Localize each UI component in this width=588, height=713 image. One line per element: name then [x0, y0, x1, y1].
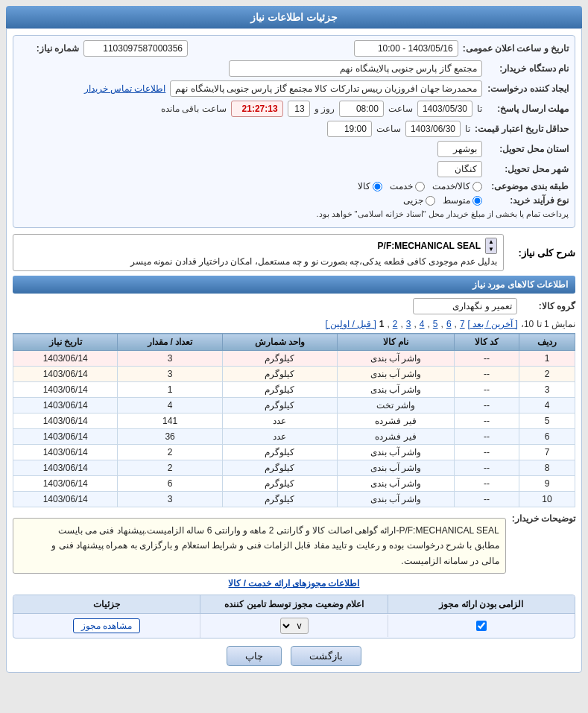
jadval-ta: تا	[465, 124, 470, 134]
main-card: تاریخ و ساعت اعلان عمومی: 1403/05/16 - 1…	[6, 28, 582, 673]
provider-section: الزامی بودن ارائه مجوز اعلام وضعیت مجوز …	[13, 595, 575, 638]
cell-radif: 6	[519, 429, 575, 445]
desc-arrows: ▲ ▼	[485, 238, 497, 254]
cell-tarikh: 1403/06/14	[13, 382, 118, 398]
sharh-box: ▲ ▼ P/F:MECHANICAL SEAL بدلیل عدم موجودی…	[13, 234, 504, 271]
pagination-prefix: نمایش 1 تا 10،	[521, 319, 575, 329]
pagination-5[interactable]: 5	[433, 319, 438, 329]
sharh-label: شرح کلی نیاز:	[508, 247, 575, 259]
cell-tedad: 36	[118, 429, 222, 445]
pagination-2[interactable]: 2	[393, 319, 398, 329]
cell-tarikh: 1403/06/14	[13, 367, 118, 382]
cell-kod: --	[454, 460, 519, 476]
radio-khadamat-input[interactable]	[415, 182, 425, 191]
provider-detail-button[interactable]: مشاهده مجوز	[73, 618, 140, 633]
nam-value: مجتمع گاز پارس جنوبی پالایشگاه نهم	[229, 60, 482, 77]
notes-line2: مطابق با شرح درخواست بوده و رعایت و تایی…	[19, 538, 499, 553]
provider-checkbox[interactable]	[476, 621, 487, 631]
row-ijad: ایجاد کننده درخواست: محمدرضا جهان افروزی…	[19, 80, 569, 97]
notes-line3: مالی در سامانه الزامیست.	[19, 554, 499, 568]
tarikh-label: تاریخ و ساعت اعلان عمومی:	[463, 43, 569, 54]
cell-radif: 3	[519, 382, 575, 398]
cell-radif: 9	[519, 476, 575, 492]
shahr-value: کنگان	[437, 161, 482, 177]
cell-name: واشر آب بندی	[338, 476, 455, 492]
pagination-1: 1	[379, 319, 385, 329]
table-row: 6--فیر فشردهعدد361403/06/14	[13, 429, 575, 445]
desc-header: ▲ ▼ P/F:MECHANICAL SEAL	[19, 238, 497, 254]
notes-box: P/F:MECHANICAL SEAL-ارائه گواهی اصالت کا…	[13, 518, 506, 574]
mohlat-date: 1403/05/30	[417, 101, 472, 117]
cell-tedad: 3	[118, 351, 222, 367]
cell-tarikh: 1403/06/14	[13, 429, 118, 445]
pagination-4[interactable]: 4	[420, 319, 425, 329]
col-radif: ردیف	[519, 334, 575, 351]
cell-radif: 4	[519, 398, 575, 413]
ettelaat-title: اطلاعات کالاهای مورد نیاز	[13, 276, 575, 294]
cell-tedad: 4	[118, 398, 222, 413]
radio-khadamat-label: خدمت	[390, 181, 413, 191]
radio-kala-khadamat: کالا/خدمت	[432, 181, 482, 191]
cell-vahed: عدد	[222, 429, 337, 445]
jadval-saat-value: 19:00	[327, 121, 372, 137]
pagination-last[interactable]: [ آخرین / بعد ]	[468, 319, 518, 329]
radio-motavaset-label: متوسط	[443, 195, 470, 206]
tarikh-value: 1403/05/16 - 10:00	[354, 40, 458, 57]
pagination-prev[interactable]: [ قبل / اولین ]	[325, 319, 376, 329]
radio-kala-khadamat-label: کالا/خدمت	[432, 181, 470, 191]
mohlat-saat-value: 08:00	[339, 101, 384, 117]
radio-jozi-input[interactable]	[426, 196, 435, 206]
table-row: 2--واشر آب بندیکیلوگرم31403/06/14	[13, 367, 575, 382]
radio-kala-input[interactable]	[373, 182, 382, 191]
cell-radif: 1	[519, 351, 575, 367]
table-row: 10--واشر آب بندیکیلوگرم31403/06/14	[13, 492, 575, 507]
cell-tarikh: 1403/06/14	[13, 492, 118, 507]
cell-tarikh: 1403/06/14	[13, 445, 118, 460]
cell-name: واشر آب بندی	[338, 351, 455, 367]
notes-line1: P/F:MECHANICAL SEAL-ارائه گواهی اصالت کا…	[19, 523, 499, 538]
provider-status-select[interactable]: v --	[280, 618, 309, 634]
ijad-link[interactable]: اطلاعات تماس خریدار	[84, 83, 166, 94]
cell-kod: --	[454, 367, 519, 382]
cell-kod: --	[454, 351, 519, 367]
notes-label: توضیحات خریدار:	[512, 513, 575, 524]
arrow-up[interactable]: ▲	[486, 238, 496, 246]
cell-radif: 7	[519, 445, 575, 460]
cell-tedad: 3	[118, 367, 222, 382]
cell-tarikh: 1403/06/14	[13, 398, 118, 413]
cell-radif: 2	[519, 367, 575, 382]
shomara-label: شماره نیاز:	[19, 43, 79, 54]
cell-vahed: کیلوگرم	[222, 382, 337, 398]
radio-kala-khadamat-input[interactable]	[472, 182, 482, 191]
col-tarikh: تاریخ نیاز	[13, 334, 118, 351]
radio-motavaset-input[interactable]	[472, 196, 482, 206]
jadval-date: 1403/06/30	[405, 121, 461, 137]
print-button[interactable]: چاپ	[227, 646, 282, 666]
cell-kod: --	[454, 492, 519, 507]
pagination-3[interactable]: 3	[406, 319, 411, 329]
cell-radif: 5	[519, 413, 575, 429]
cell-kod: --	[454, 476, 519, 492]
arrow-down[interactable]: ▼	[486, 246, 496, 253]
table-row: 9--واشر آب بندیکیلوگرم61403/06/14	[13, 476, 575, 492]
row-shahr: شهر محل تحویل: کنگان	[19, 161, 569, 177]
row-sharh: شرح کلی نیاز: ▲ ▼ P/F:MECHANICAL SEAL بد…	[13, 234, 575, 271]
cell-tedad: 3	[118, 492, 222, 507]
sharh-main-text: P/F:MECHANICAL SEAL	[378, 241, 481, 251]
bottom-buttons: بازگشت چاپ	[13, 646, 575, 666]
cell-vahed: کیلوگرم	[222, 492, 337, 507]
pagination-6[interactable]: 6	[446, 319, 452, 329]
pagination-row: نمایش 1 تا 10، [ آخرین / بعد ] 7 , 6 , 5…	[13, 319, 575, 329]
tabaqe-label: طبقه بندی موضوعی:	[487, 181, 569, 191]
cell-tedad: 141	[118, 413, 222, 429]
pagination-7[interactable]: 7	[460, 319, 465, 329]
cell-radif: 8	[519, 460, 575, 476]
mohlat-saat-label: ساعت	[388, 104, 413, 114]
services-link[interactable]: اطلاعات مجوزهای ارائه خدمت / کالا	[228, 578, 359, 589]
cell-kod: --	[454, 398, 519, 413]
col-kod: کد کالا	[454, 334, 519, 351]
table-row: 1--واشر آب بندیکیلوگرم31403/06/14	[13, 351, 575, 367]
cell-tedad: 1	[118, 382, 222, 398]
cell-tarikh: 1403/06/14	[13, 351, 118, 367]
back-button[interactable]: بازگشت	[291, 646, 361, 666]
